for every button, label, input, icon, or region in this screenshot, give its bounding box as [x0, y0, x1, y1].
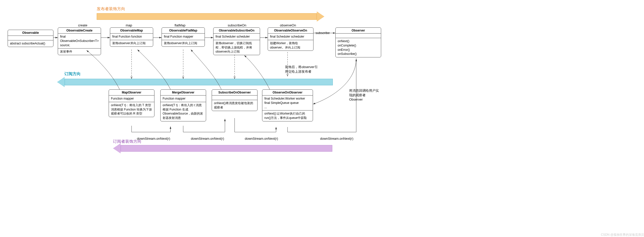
observable-observeon-title: ObservableObserveOn: [268, 28, 313, 34]
merge-observer-box: MergeObserver Function mapper onNext(T t…: [160, 89, 206, 121]
observable-flatmap-row1: final Function mapper: [162, 34, 205, 40]
map-observer-row2: onNext(T t)：将传入的 T 类型消息根据 Function 转换为下游…: [109, 102, 154, 117]
flatmap-label: flatMap: [175, 23, 185, 27]
observable-title: Observable: [8, 30, 53, 36]
observable-subscribeon-row2: 装饰observer，切换订阅线程，即切换上游线程，并将observer向上订阅: [213, 40, 260, 55]
observable-create-title: ObservableCreate: [58, 28, 101, 34]
downstream-label-1: downStream.onNext(r): [137, 137, 170, 140]
observable-map-box: ObservableMap final Function function 装饰…: [110, 27, 153, 47]
subscribeon-observer-box: SubscribeOnObserver onNext()将消息发给被包装的观察者: [212, 89, 257, 111]
observable-subscribeon-title: ObservableSubscribeOn: [213, 28, 260, 34]
map-observer-box: MapObserver Function mapper onNext(T t)：…: [109, 89, 154, 117]
create-label: create: [78, 23, 87, 27]
downstream-label-3: downStream.onNext(r): [245, 137, 278, 140]
subscribeon-label: subscribeOn: [228, 23, 246, 27]
subscribeon-observer-title: SubscribeOnObserver: [212, 90, 257, 96]
observeon-label: observeOn: [280, 23, 296, 27]
observable-box: Observable abstract subscribeActual(): [8, 30, 53, 47]
observeon-observer-box: ObserveOnObserver final Scheduler.Worker…: [262, 89, 313, 121]
observable-create-box: ObservableCreate final ObservableOnSubsc…: [58, 27, 101, 55]
downstream-label-4: downStream.onNext(r): [320, 137, 353, 140]
map-label: map: [126, 23, 132, 27]
observable-row1: abstract subscribeActual(): [8, 40, 53, 47]
downstream-label-2: downStream.onNext(r): [191, 137, 224, 140]
observable-flatmap-row2: 装饰observer并向上订阅: [162, 40, 205, 46]
decorate-note: 装饰后，将observer引用交给上游发布者: [285, 65, 321, 74]
observable-flatmap-title: ObservableFlatMap: [162, 28, 205, 34]
subscription-direction-label: 订阅方向: [64, 71, 81, 77]
observable-create-row2: 发射事件: [58, 49, 101, 55]
subscribe-label: subscribe: [316, 31, 330, 35]
merge-observer-row1: Function mapper: [161, 96, 206, 102]
observeon-observer-row1: final Scheduler.Worker worker final Simp…: [262, 96, 313, 110]
watermark: CSDN @孤独世界的深海流浪汉: [601, 233, 644, 237]
observer-box: Observer onNext() onComplete() onError()…: [335, 27, 381, 57]
observeon-observer-row2: onNext():让Worker执行自己的run()方法，事件从queue中获取: [262, 110, 313, 121]
observable-create-row1: final ObservableOnSubscribe<T> source;: [58, 34, 101, 49]
observer-row1: onNext() onComplete() onError() onSubscr…: [336, 38, 381, 57]
observable-map-row1: final Function function: [110, 34, 153, 40]
observable-subscribeon-box: ObservableSubscribeOn final Scheduler sc…: [213, 27, 260, 55]
observer-title: Observer: [336, 28, 381, 34]
map-observer-title: MapObserver: [109, 90, 154, 96]
observable-subscribeon-row1: final Scheduler scheduler: [213, 34, 260, 40]
observable-observeon-row2: 创建Worker，装饰给observer。并向上订阅: [268, 40, 313, 51]
map-observer-row1: Function mapper: [109, 96, 154, 102]
subscribeon-observer-row2: onNext()将消息发给被包装的观察者: [212, 100, 257, 111]
observable-observeon-box: ObservableObserveOn final Scheduler sche…: [268, 27, 313, 51]
observable-observeon-row1: final Scheduler scheduler: [268, 34, 313, 40]
observeon-observer-title: ObserveOnObserver: [262, 90, 313, 96]
callback-note: 将消息回调给用户实现的观察者 Observer: [349, 88, 380, 101]
merge-observer-title: MergeObserver: [161, 90, 206, 96]
observable-flatmap-box: ObservableFlatMap final Function mapper …: [162, 27, 205, 47]
observable-map-row2: 装饰observer并向上订阅: [110, 40, 153, 46]
merge-observer-row2: onNext(T t)：将传入的 t 消息根据 Function 生成 Obse…: [161, 102, 206, 121]
observable-map-title: ObservableMap: [110, 28, 153, 34]
publisher-direction-label: 发布者装饰方向: [97, 6, 125, 12]
